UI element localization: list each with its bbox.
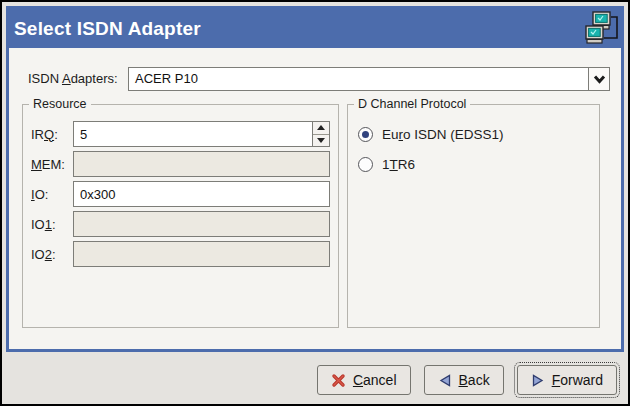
button-bar: Cancel Back Forward <box>4 352 626 402</box>
irq-input[interactable] <box>74 122 312 146</box>
forward-button[interactable]: Forward <box>517 365 617 395</box>
forward-button-label: Forward <box>552 372 603 388</box>
spin-down-icon <box>317 138 325 143</box>
cancel-x-icon <box>331 373 346 388</box>
isdn-adapter-dialog: Select ISDN Adapter <box>0 0 630 406</box>
cancel-button-label: Cancel <box>353 372 397 388</box>
io1-label: IO1: <box>31 217 73 232</box>
radio-1tr6-label: 1TR6 <box>382 157 415 172</box>
page-title: Select ISDN Adapter <box>14 18 201 40</box>
spin-up-icon <box>317 125 325 130</box>
isdn-adapters-selected-value: ACER P10 <box>129 68 588 90</box>
radio-button-icon <box>358 127 373 142</box>
forward-arrow-icon <box>531 373 545 388</box>
d-channel-protocol-group: D Channel Protocol Euro ISDN (EDSS1) 1TR… <box>347 104 600 328</box>
back-button[interactable]: Back <box>424 365 504 395</box>
network-computers-icon <box>583 10 621 52</box>
mem-input <box>73 151 330 177</box>
mem-row: MEM: <box>31 151 330 177</box>
radio-button-icon <box>358 157 373 172</box>
io-input[interactable] <box>73 181 330 207</box>
resource-group: Resource IRQ: MEM: <box>22 104 339 328</box>
chevron-down-icon <box>593 74 606 84</box>
mem-label: MEM: <box>31 157 73 172</box>
radio-euro-isdn[interactable]: Euro ISDN (EDSS1) <box>358 121 591 147</box>
io2-label: IO2: <box>31 247 73 262</box>
io2-row: IO2: <box>31 241 330 267</box>
irq-label: IRQ: <box>31 127 73 142</box>
isdn-adapters-label: ISDN Adapters: <box>28 67 118 91</box>
radio-euro-isdn-label: Euro ISDN (EDSS1) <box>382 127 504 142</box>
io-row: IO: <box>31 181 330 207</box>
combobox-dropdown-button[interactable] <box>588 68 609 90</box>
io1-input <box>73 211 330 237</box>
io2-input <box>73 241 330 267</box>
irq-spinner <box>73 121 330 147</box>
spin-up-button[interactable] <box>313 122 329 135</box>
irq-row: IRQ: <box>31 121 330 147</box>
back-arrow-icon <box>438 373 452 388</box>
cancel-button[interactable]: Cancel <box>317 365 411 395</box>
spin-down-button[interactable] <box>313 135 329 147</box>
radio-1tr6[interactable]: 1TR6 <box>358 151 591 177</box>
isdn-adapters-combobox[interactable]: ACER P10 <box>128 67 610 91</box>
back-button-label: Back <box>459 372 490 388</box>
d-channel-protocol-group-title: D Channel Protocol <box>354 97 470 112</box>
resource-group-title: Resource <box>29 97 91 112</box>
io-label: IO: <box>31 187 73 202</box>
wizard-panel: Select ISDN Adapter <box>6 6 624 352</box>
title-banner: Select ISDN Adapter <box>9 9 621 48</box>
io1-row: IO1: <box>31 211 330 237</box>
